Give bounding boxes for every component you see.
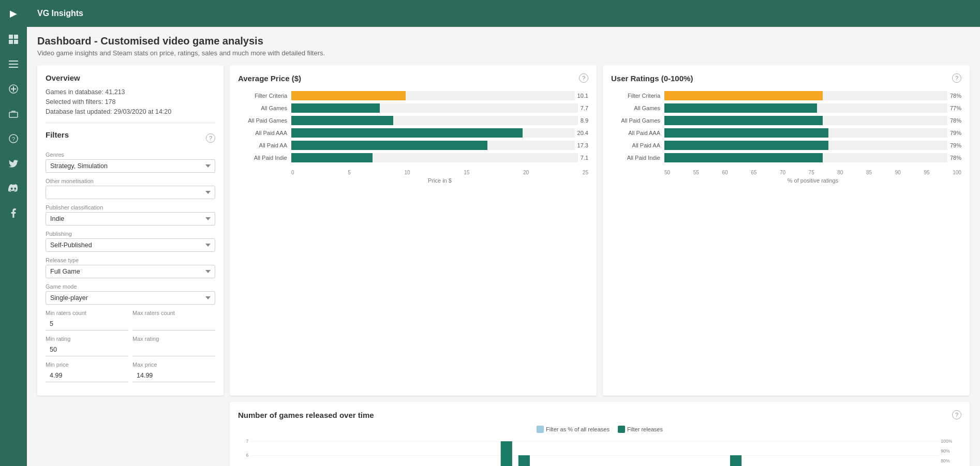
sidebar-item-briefcase[interactable]	[0, 102, 27, 125]
sidebar-item-add[interactable]	[0, 78, 27, 100]
max-rating-input[interactable]	[132, 343, 215, 356]
bar-fill	[664, 91, 823, 100]
game-mode-select[interactable]: Single-player	[46, 291, 215, 305]
min-rating-group: Min rating	[46, 336, 128, 356]
bar-row: All Paid Games8.9	[238, 116, 588, 125]
time-bar	[730, 455, 741, 466]
bar-container	[664, 91, 947, 100]
bar-container	[291, 91, 575, 100]
svg-text:80%: 80%	[941, 458, 950, 463]
min-raters-label: Min raters count	[46, 310, 128, 316]
stat-games-db: Games in database: 41,213	[46, 88, 215, 96]
publisher-class-select[interactable]: Indie	[46, 212, 215, 226]
avg-price-help-icon[interactable]: ?	[579, 73, 588, 83]
bar-label: All Games	[611, 105, 660, 111]
svg-text:90%: 90%	[941, 448, 950, 454]
monetisation-select[interactable]	[46, 186, 215, 199]
bar-label: All Paid Indie	[238, 155, 287, 161]
min-price-input[interactable]	[46, 369, 128, 382]
svg-rect-4	[9, 61, 18, 62]
bar-fill	[664, 103, 817, 113]
avg-price-card: Average Price ($) ? Filter Criteria10.1A…	[230, 65, 597, 396]
bar-row: All Games7.7	[238, 103, 588, 113]
legend-item: Filter as % of all releases	[537, 426, 610, 433]
svg-rect-9	[11, 88, 16, 89]
main-area: VG Insights Dashboard - Customised video…	[27, 0, 980, 466]
raters-count-row: Min raters count Max raters count	[46, 310, 215, 330]
sidebar-item-discord[interactable]	[0, 177, 27, 200]
time-bar	[518, 455, 530, 466]
avg-price-chart: Filter Criteria10.1All Games7.7All Paid …	[238, 89, 588, 168]
bar-fill	[291, 141, 487, 150]
svg-text:6: 6	[246, 453, 249, 458]
bar-row: Filter Criteria78%	[611, 91, 961, 100]
filters-header: Filters ?	[46, 130, 215, 145]
publisher-class-label: Publisher classification	[46, 204, 215, 211]
bar-label: All Games	[238, 105, 287, 111]
rating-row: Min rating Max rating	[46, 336, 215, 356]
min-rating-input[interactable]	[46, 343, 128, 356]
overview-title: Overview	[46, 73, 215, 82]
sidebar-item-twitter[interactable]	[0, 152, 27, 175]
bar-row: All Games77%	[611, 103, 961, 113]
legend-item: Filter releases	[618, 426, 663, 433]
time-chart-container: 012345670%10%20%30%40%50%60%70%80%90%100…	[238, 437, 961, 466]
bar-fill	[664, 141, 828, 150]
overview-card: Overview Games in database: 41,213 Selec…	[37, 65, 224, 396]
svg-text:7: 7	[246, 439, 249, 444]
sidebar-item-help[interactable]: ?	[0, 127, 27, 150]
release-type-select[interactable]: Full Game	[46, 265, 215, 278]
bar-label: All Paid AAA	[238, 130, 287, 136]
bar-fill	[664, 153, 823, 162]
filters-help-icon[interactable]: ?	[206, 133, 215, 143]
stat-updated: Database last updated: 29/03/2020 at 14:…	[46, 108, 215, 115]
sidebar: ▶ ?	[0, 0, 27, 466]
svg-rect-5	[9, 64, 18, 65]
sidebar-item-grid[interactable]	[0, 53, 27, 76]
bar-row: All Paid Indie78%	[611, 153, 961, 162]
bar-container	[664, 141, 947, 150]
publishing-select[interactable]: Self-Published	[46, 238, 215, 252]
bar-fill	[291, 153, 373, 162]
sidebar-item-facebook[interactable]	[0, 202, 27, 224]
bar-value: 10.1	[577, 93, 588, 99]
genres-select[interactable]: Strategy, Simulation	[46, 159, 215, 173]
price-row: Min price Max price	[46, 362, 215, 382]
max-raters-input[interactable]	[132, 318, 215, 330]
sidebar-toggle[interactable]: ▶	[0, 0, 27, 27]
bar-fill	[664, 116, 823, 125]
bar-value: 20.4	[577, 130, 588, 136]
min-price-label: Min price	[46, 362, 128, 368]
bar-fill	[291, 103, 380, 113]
bar-container	[291, 153, 578, 162]
bar-label: All Paid AAA	[611, 130, 660, 136]
user-ratings-header: User Ratings (0-100%) ?	[611, 73, 961, 83]
bar-value: 7.1	[581, 155, 588, 161]
games-time-help-icon[interactable]: ?	[952, 410, 961, 419]
monetisation-label: Other monetisation	[46, 178, 215, 184]
legend-label: Filter as % of all releases	[546, 426, 610, 432]
bar-fill	[291, 91, 406, 100]
max-price-label: Max price	[132, 362, 215, 368]
user-ratings-card: User Ratings (0-100%) ? Filter Criteria7…	[603, 65, 970, 396]
bar-container	[664, 116, 947, 125]
game-mode-label: Game mode	[46, 283, 215, 290]
svg-rect-3	[14, 40, 18, 44]
svg-rect-2	[9, 40, 13, 44]
max-price-input[interactable]	[132, 369, 215, 382]
bar-fill	[291, 116, 393, 125]
app-title: VG Insights	[37, 9, 83, 18]
min-raters-input[interactable]	[46, 318, 128, 330]
dashboard-grid: Overview Games in database: 41,213 Selec…	[37, 65, 970, 466]
bar-container	[664, 103, 947, 113]
sidebar-item-dashboard[interactable]	[0, 28, 27, 51]
svg-rect-6	[9, 67, 18, 68]
bar-label: Filter Criteria	[238, 93, 287, 99]
bar-container	[291, 141, 575, 150]
user-ratings-help-icon[interactable]: ?	[952, 73, 961, 83]
legend-label: Filter releases	[627, 426, 663, 432]
bar-container	[664, 153, 947, 162]
bar-row: All Paid Games78%	[611, 116, 961, 125]
bar-value: 77%	[950, 105, 961, 111]
bar-value: 78%	[950, 93, 961, 99]
